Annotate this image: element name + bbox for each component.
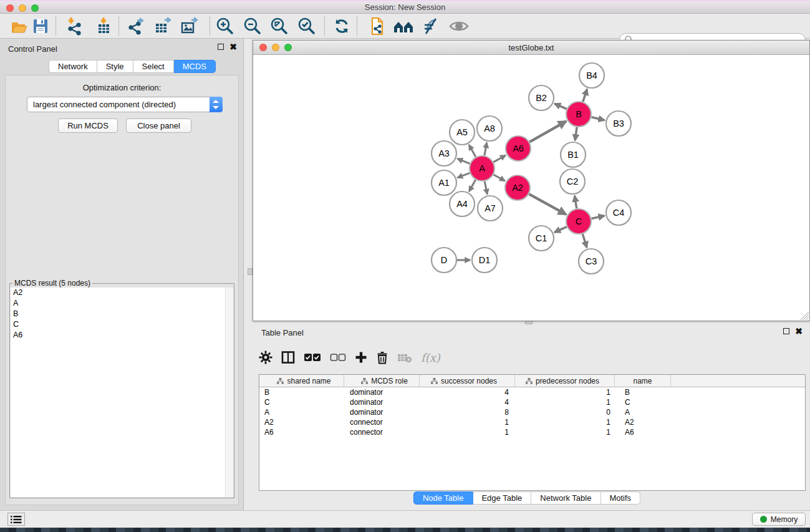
graph-edge-A-A2[interactable] [493, 175, 504, 181]
export-table-button[interactable] [152, 16, 173, 37]
graph-node-A8[interactable]: A8 [477, 116, 502, 141]
delete-column-button[interactable] [376, 351, 388, 364]
table-cell[interactable]: dominator [344, 397, 420, 407]
graph-node-A6[interactable]: A6 [506, 136, 531, 161]
table-row[interactable]: A2connector11A2 [259, 417, 805, 427]
table-cell[interactable]: A2 [259, 417, 344, 427]
import-table-button[interactable] [93, 16, 114, 37]
graph-edge-C-C1[interactable] [554, 227, 567, 233]
graph-node-C1[interactable]: C1 [529, 226, 554, 251]
memory-button[interactable]: Memory [752, 513, 806, 526]
graph-edge-A6-B[interactable] [529, 121, 566, 142]
eye-button[interactable] [448, 16, 470, 37]
graph-node-A3[interactable]: A3 [432, 141, 456, 166]
table-cell[interactable]: B [615, 387, 671, 397]
graph-node-B4[interactable]: B4 [579, 63, 604, 88]
mcds-result-item[interactable]: A [11, 298, 233, 309]
table-cell[interactable]: connector [344, 427, 420, 437]
table-cell[interactable]: dominator [344, 407, 420, 417]
table-cell[interactable]: C [259, 397, 344, 407]
mcds-result-list[interactable]: A2ABCA6 [11, 288, 233, 497]
tab-edge-table[interactable]: Edge Table [473, 491, 531, 505]
new-session-button[interactable] [367, 16, 388, 37]
graph-edge-C-C2[interactable] [575, 196, 577, 209]
table-cell[interactable]: 1 [515, 387, 615, 397]
mcds-result-item[interactable]: B [11, 309, 233, 319]
zoom-selected-button[interactable] [296, 16, 317, 37]
graph-node-A4[interactable]: A4 [450, 191, 475, 216]
table-row[interactable]: Bdominator41B [259, 387, 805, 397]
graph-node-A5[interactable]: A5 [450, 120, 475, 145]
graph-edge-B-B1[interactable] [575, 127, 577, 140]
graph-edge-A-A1[interactable] [458, 173, 470, 177]
graph-edge-A2-C[interactable] [529, 194, 566, 215]
close-panel-button[interactable]: Close panel [126, 118, 191, 133]
graph-node-C[interactable]: C [566, 209, 591, 234]
float-panel-icon[interactable] [218, 44, 224, 50]
table-cell[interactable]: 1 [515, 427, 615, 437]
home-button[interactable] [393, 16, 414, 37]
close-panel-icon[interactable]: ✖ [229, 44, 237, 50]
graph-edge-A-A6[interactable] [493, 155, 505, 162]
column-header-name[interactable]: name [615, 375, 671, 387]
graph-node-B1[interactable]: B1 [561, 142, 586, 167]
table-cell[interactable]: connector [344, 417, 420, 427]
vertical-split-grip[interactable] [248, 268, 253, 275]
tab-mcds[interactable]: MCDS [174, 60, 216, 73]
settings-gear-button[interactable] [259, 351, 272, 364]
zoom-fit-button[interactable] [269, 16, 290, 37]
tab-style[interactable]: Style [97, 60, 133, 73]
graph-node-A1[interactable]: A1 [432, 170, 456, 195]
graph-edge-A-A7[interactable] [485, 181, 487, 195]
criterion-dropdown[interactable]: largest connected component (directed) [27, 97, 223, 112]
zoom-out-button[interactable] [242, 16, 263, 37]
graph-node-C4[interactable]: C4 [606, 200, 631, 225]
network-window-titlebar[interactable]: testGlobe.txt [253, 41, 809, 55]
export-image-button[interactable] [179, 16, 200, 37]
graph-node-C3[interactable]: C3 [579, 249, 604, 274]
level-of-detail-button[interactable] [420, 16, 441, 37]
table-cell[interactable]: 0 [515, 407, 615, 417]
graph-node-D1[interactable]: D1 [472, 248, 497, 273]
graph-edge-A-A5[interactable] [469, 145, 476, 157]
column-header-mcds-role[interactable]: MCDS role [344, 375, 420, 387]
graph-edge-A-A8[interactable] [485, 143, 487, 156]
graph-edge-B-B3[interactable] [591, 117, 604, 120]
graph-edge-C-C4[interactable] [592, 216, 605, 219]
graph-node-B3[interactable]: B3 [606, 111, 631, 136]
run-mcds-button[interactable]: Run MCDS [58, 118, 118, 133]
graph-node-A2[interactable]: A2 [505, 175, 530, 200]
table-cell[interactable]: B [259, 387, 344, 397]
graph-node-D[interactable]: D [432, 248, 456, 273]
tab-network-table[interactable]: Network Table [531, 491, 600, 505]
export-network-button[interactable] [125, 16, 147, 37]
table-cell[interactable]: C [615, 397, 671, 407]
zoom-in-button[interactable] [215, 16, 236, 37]
table-cell[interactable]: dominator [344, 387, 420, 397]
mcds-result-item[interactable]: C [11, 319, 233, 330]
mcds-result-item[interactable]: A6 [11, 330, 233, 341]
function-builder-button[interactable]: f(x) [421, 351, 440, 364]
tab-motifs[interactable]: Motifs [600, 491, 640, 505]
tab-node-table[interactable]: Node Table [413, 491, 473, 505]
graph-edge-B-B2[interactable] [554, 104, 567, 109]
save-session-button[interactable] [30, 16, 51, 37]
delete-table-button[interactable] [397, 352, 412, 363]
table-cell[interactable]: A2 [615, 417, 671, 427]
refresh-button[interactable] [331, 16, 352, 37]
column-header-successor-nodes[interactable]: successor nodes [420, 375, 515, 387]
table-cell[interactable]: 4 [420, 387, 515, 397]
network-graph[interactable]: B4B2BB3A5A8A6A3B1AC2A1A2A4A7C4CC1C3DD1 [253, 55, 809, 321]
graph-edge-A-A3[interactable] [457, 158, 470, 163]
close-table-panel-icon[interactable]: ✖ [795, 328, 803, 334]
task-history-button[interactable] [7, 513, 25, 526]
column-header-predecessor-nodes[interactable]: predecessor nodes [515, 375, 615, 387]
table-cell[interactable]: 4 [420, 397, 515, 407]
tab-select[interactable]: Select [133, 60, 174, 73]
graph-node-B2[interactable]: B2 [529, 85, 554, 110]
tab-network[interactable]: Network [49, 60, 97, 73]
table-cell[interactable]: 1 [515, 397, 615, 407]
column-header-shared-name[interactable]: shared name [259, 375, 344, 387]
graph-edge-B-B4[interactable] [583, 89, 587, 102]
graph-edge-C-C3[interactable] [582, 234, 587, 248]
